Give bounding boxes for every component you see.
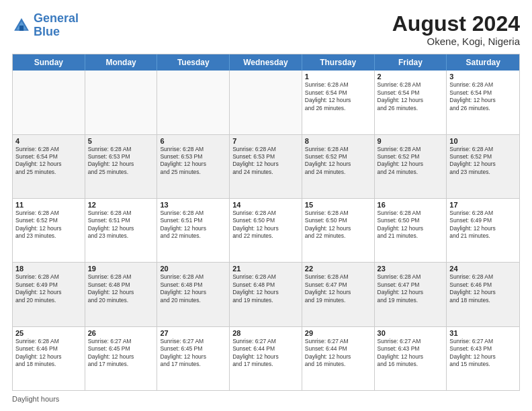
day-num-12: 12	[88, 201, 154, 209]
calendar: Sunday Monday Tuesday Wednesday Thursday…	[12, 54, 520, 391]
day-info-11: Sunrise: 6:28 AM Sunset: 6:52 PM Dayligh…	[15, 210, 82, 240]
cal-cell-2-0: 11Sunrise: 6:28 AM Sunset: 6:52 PM Dayli…	[13, 199, 85, 262]
svg-rect-2	[19, 26, 24, 31]
day-info-31: Sunrise: 6:27 AM Sunset: 6:43 PM Dayligh…	[449, 338, 517, 369]
day-info-8: Sunrise: 6:28 AM Sunset: 6:52 PM Dayligh…	[305, 146, 371, 177]
day-num-6: 6	[160, 137, 226, 145]
header-saturday: Saturday	[447, 54, 519, 71]
cal-cell-4-5: 30Sunrise: 6:27 AM Sunset: 6:43 PM Dayli…	[375, 327, 447, 390]
header-friday: Friday	[375, 54, 447, 71]
cal-cell-0-1	[85, 71, 158, 134]
day-info-20: Sunrise: 6:28 AM Sunset: 6:48 PM Dayligh…	[160, 273, 226, 304]
cal-cell-0-6: 3Sunrise: 6:28 AM Sunset: 6:54 PM Daylig…	[447, 71, 519, 134]
cal-cell-2-4: 15Sunrise: 6:28 AM Sunset: 6:50 PM Dayli…	[302, 199, 375, 262]
location: Okene, Kogi, Nigeria	[392, 36, 520, 47]
header-monday: Monday	[85, 54, 158, 71]
day-info-13: Sunrise: 6:28 AM Sunset: 6:51 PM Dayligh…	[160, 210, 226, 240]
day-num-23: 23	[378, 265, 444, 273]
cal-cell-4-2: 27Sunrise: 6:27 AM Sunset: 6:45 PM Dayli…	[157, 327, 230, 390]
day-num-21: 21	[232, 265, 299, 273]
day-num-2: 2	[378, 73, 444, 81]
title-block: August 2024 Okene, Kogi, Nigeria	[392, 12, 520, 47]
cal-cell-3-2: 20Sunrise: 6:28 AM Sunset: 6:48 PM Dayli…	[157, 263, 230, 326]
day-info-30: Sunrise: 6:27 AM Sunset: 6:43 PM Dayligh…	[378, 338, 444, 369]
logo-text: General Blue	[34, 12, 79, 39]
day-info-26: Sunrise: 6:27 AM Sunset: 6:45 PM Dayligh…	[88, 338, 154, 369]
day-info-17: Sunrise: 6:28 AM Sunset: 6:49 PM Dayligh…	[449, 210, 517, 240]
cal-cell-3-4: 22Sunrise: 6:28 AM Sunset: 6:47 PM Dayli…	[302, 263, 375, 326]
day-num-19: 19	[88, 265, 154, 273]
cal-cell-4-1: 26Sunrise: 6:27 AM Sunset: 6:45 PM Dayli…	[85, 327, 158, 390]
logo: General Blue	[12, 12, 79, 39]
day-info-14: Sunrise: 6:28 AM Sunset: 6:50 PM Dayligh…	[232, 210, 299, 240]
day-info-9: Sunrise: 6:28 AM Sunset: 6:52 PM Dayligh…	[378, 146, 444, 177]
day-num-17: 17	[449, 201, 517, 209]
logo-icon	[12, 16, 31, 35]
day-info-15: Sunrise: 6:28 AM Sunset: 6:50 PM Dayligh…	[305, 210, 371, 240]
header: General Blue August 2024 Okene, Kogi, Ni…	[12, 12, 520, 47]
day-info-25: Sunrise: 6:28 AM Sunset: 6:46 PM Dayligh…	[15, 338, 82, 369]
calendar-header: Sunday Monday Tuesday Wednesday Thursday…	[13, 54, 519, 71]
cal-cell-1-2: 6Sunrise: 6:28 AM Sunset: 6:53 PM Daylig…	[157, 135, 230, 198]
day-num-16: 16	[378, 201, 444, 209]
cal-cell-3-5: 23Sunrise: 6:28 AM Sunset: 6:47 PM Dayli…	[375, 263, 447, 326]
day-num-30: 30	[378, 329, 444, 337]
day-num-26: 26	[88, 329, 154, 337]
day-num-8: 8	[305, 137, 371, 145]
day-num-13: 13	[160, 201, 226, 209]
day-info-19: Sunrise: 6:28 AM Sunset: 6:48 PM Dayligh…	[88, 273, 154, 304]
cal-cell-0-3	[230, 71, 302, 134]
cal-cell-1-0: 4Sunrise: 6:28 AM Sunset: 6:54 PM Daylig…	[13, 135, 85, 198]
cal-cell-0-5: 2Sunrise: 6:28 AM Sunset: 6:54 PM Daylig…	[375, 71, 447, 134]
month-year: August 2024	[392, 12, 520, 36]
day-info-18: Sunrise: 6:28 AM Sunset: 6:49 PM Dayligh…	[15, 273, 82, 304]
day-info-16: Sunrise: 6:28 AM Sunset: 6:50 PM Dayligh…	[378, 210, 444, 240]
day-num-1: 1	[305, 73, 371, 81]
day-info-5: Sunrise: 6:28 AM Sunset: 6:53 PM Dayligh…	[88, 146, 154, 177]
cal-cell-1-4: 8Sunrise: 6:28 AM Sunset: 6:52 PM Daylig…	[302, 135, 375, 198]
day-num-29: 29	[305, 329, 371, 337]
header-thursday: Thursday	[302, 54, 375, 71]
day-info-6: Sunrise: 6:28 AM Sunset: 6:53 PM Dayligh…	[160, 146, 226, 177]
cal-cell-2-3: 14Sunrise: 6:28 AM Sunset: 6:50 PM Dayli…	[230, 199, 302, 262]
header-sunday: Sunday	[13, 54, 85, 71]
header-wednesday: Wednesday	[230, 54, 302, 71]
day-info-3: Sunrise: 6:28 AM Sunset: 6:54 PM Dayligh…	[449, 81, 517, 112]
day-info-28: Sunrise: 6:27 AM Sunset: 6:44 PM Dayligh…	[232, 338, 299, 369]
day-num-25: 25	[15, 329, 82, 337]
day-num-27: 27	[160, 329, 226, 337]
day-num-15: 15	[305, 201, 371, 209]
cal-cell-1-6: 10Sunrise: 6:28 AM Sunset: 6:52 PM Dayli…	[447, 135, 519, 198]
cal-row-0: 1Sunrise: 6:28 AM Sunset: 6:54 PM Daylig…	[13, 71, 519, 134]
day-num-24: 24	[449, 265, 517, 273]
cal-cell-2-2: 13Sunrise: 6:28 AM Sunset: 6:51 PM Dayli…	[157, 199, 230, 262]
cal-cell-3-1: 19Sunrise: 6:28 AM Sunset: 6:48 PM Dayli…	[85, 263, 158, 326]
day-info-12: Sunrise: 6:28 AM Sunset: 6:51 PM Dayligh…	[88, 210, 154, 240]
day-info-4: Sunrise: 6:28 AM Sunset: 6:54 PM Dayligh…	[15, 146, 82, 177]
cal-cell-4-0: 25Sunrise: 6:28 AM Sunset: 6:46 PM Dayli…	[13, 327, 85, 390]
footer: Daylight hours	[12, 395, 520, 403]
day-num-18: 18	[15, 265, 82, 273]
day-num-14: 14	[232, 201, 299, 209]
day-info-29: Sunrise: 6:27 AM Sunset: 6:44 PM Dayligh…	[305, 338, 371, 369]
day-info-2: Sunrise: 6:28 AM Sunset: 6:54 PM Dayligh…	[378, 81, 444, 112]
cal-row-1: 4Sunrise: 6:28 AM Sunset: 6:54 PM Daylig…	[13, 134, 519, 198]
day-num-5: 5	[88, 137, 154, 145]
cal-cell-0-0	[13, 71, 85, 134]
calendar-body: 1Sunrise: 6:28 AM Sunset: 6:54 PM Daylig…	[13, 71, 519, 390]
day-info-23: Sunrise: 6:28 AM Sunset: 6:47 PM Dayligh…	[378, 273, 444, 304]
cal-cell-0-4: 1Sunrise: 6:28 AM Sunset: 6:54 PM Daylig…	[302, 71, 375, 134]
day-num-3: 3	[449, 73, 517, 81]
cal-cell-1-3: 7Sunrise: 6:28 AM Sunset: 6:53 PM Daylig…	[230, 135, 302, 198]
day-info-24: Sunrise: 6:28 AM Sunset: 6:46 PM Dayligh…	[449, 273, 517, 304]
page: General Blue August 2024 Okene, Kogi, Ni…	[0, 0, 532, 411]
footer-label: Daylight hours	[12, 395, 59, 403]
day-num-4: 4	[15, 137, 82, 145]
cal-row-4: 25Sunrise: 6:28 AM Sunset: 6:46 PM Dayli…	[13, 326, 519, 390]
cal-cell-3-6: 24Sunrise: 6:28 AM Sunset: 6:46 PM Dayli…	[447, 263, 519, 326]
day-num-7: 7	[232, 137, 299, 145]
cal-cell-2-1: 12Sunrise: 6:28 AM Sunset: 6:51 PM Dayli…	[85, 199, 158, 262]
day-info-27: Sunrise: 6:27 AM Sunset: 6:45 PM Dayligh…	[160, 338, 226, 369]
day-info-21: Sunrise: 6:28 AM Sunset: 6:48 PM Dayligh…	[232, 273, 299, 304]
day-num-11: 11	[15, 201, 82, 209]
